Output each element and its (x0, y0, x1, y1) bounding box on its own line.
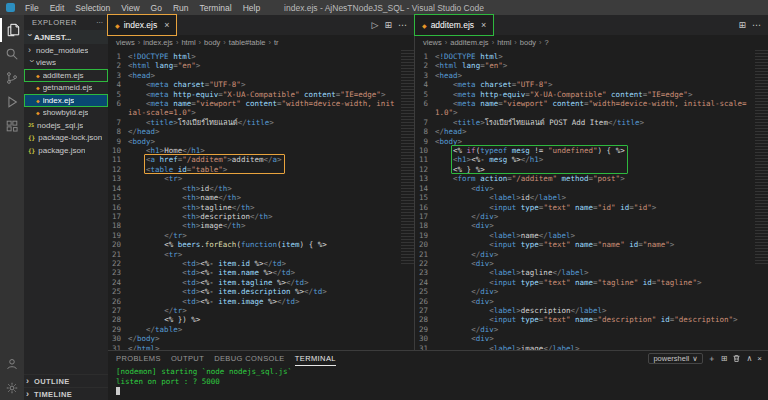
code-line-2[interactable]: 2<html lang="en"> (108, 61, 414, 70)
panel-tab-problems[interactable]: PROBLEMS (116, 351, 161, 366)
maximize-panel-icon[interactable]: ∧ (746, 354, 752, 364)
menu-go[interactable]: Go (146, 3, 167, 13)
menu-help[interactable]: Help (238, 3, 265, 13)
menu-file[interactable]: File (20, 3, 44, 13)
code-line-5[interactable]: 5 <meta http-equiv="X-UA-Compatible" con… (108, 90, 414, 99)
kill-terminal-trash-icon[interactable] (732, 354, 741, 363)
code-line-11[interactable]: 11 <a href="/additem">additem</a> (108, 155, 414, 164)
code-line-23[interactable]: 23 <td><%- item.name %></td> (108, 268, 414, 277)
terminal-output[interactable]: [nodemon] starting `node nodejs_sql.js`l… (108, 366, 768, 400)
code-line-13[interactable]: 13 <form action="/additem" method="post"… (415, 174, 768, 183)
code-line-4[interactable]: 4 <meta charset="UTF-8"> (415, 80, 768, 89)
code-line-12[interactable]: 12 <% } %> (415, 165, 768, 174)
code-line-3[interactable]: 3<head> (415, 71, 768, 80)
tree-item-package-lock-json[interactable]: {}package-lock.json (24, 132, 108, 145)
breadcrumb-item[interactable]: index.ejs (143, 38, 173, 47)
split-editor-icon[interactable]: ⊞ (384, 20, 392, 30)
code-line-27[interactable]: 27 </tr> (108, 306, 414, 315)
code-line-17[interactable]: 17 </div> (415, 212, 768, 221)
tab-additem-ejs[interactable]: ◆ additem.ejs × (415, 15, 493, 35)
code-line-14[interactable]: 14 <th>id</th> (108, 184, 414, 193)
account-icon[interactable] (0, 352, 24, 376)
code-line-28[interactable]: 28 <% }) %> (108, 315, 414, 324)
code-line-29[interactable]: 29 </div> (415, 325, 768, 334)
code-line-30[interactable]: 30 <div> (415, 334, 768, 343)
tree-item-nodejs_sql-js[interactable]: JSnodejs_sql.js (24, 119, 108, 132)
tree-item-additem-ejs[interactable]: ◆additem.ejs (24, 69, 108, 82)
tree-item-package-json[interactable]: {}package.json (24, 144, 108, 157)
code-line-25[interactable]: 25 <td><%- item.description %></td> (108, 287, 414, 296)
code-line-3[interactable]: 3<head> (108, 71, 414, 80)
section-outline[interactable]: ›OUTLINE (24, 374, 108, 387)
code-line-25[interactable]: 25 </div> (415, 287, 768, 296)
section-timeline[interactable]: ›TIMELINE (24, 387, 108, 400)
code-line-24[interactable]: 24 <td><%- item.tagline %></td> (108, 278, 414, 287)
menu-run[interactable]: Run (168, 3, 194, 13)
panel-tab-output[interactable]: OUTPUT (171, 351, 204, 366)
code-line-23[interactable]: 23 <label>tagline</label> (415, 268, 768, 277)
code-line-9[interactable]: 9<body> (415, 137, 768, 146)
breadcrumb-item[interactable]: body (520, 38, 536, 47)
breadcrumb-item[interactable]: tr (274, 38, 279, 47)
tree-item-showbyid-ejs[interactable]: ◆showbyid.ejs (24, 107, 108, 120)
menu-edit[interactable]: Edit (45, 3, 70, 13)
menu-selection[interactable]: Selection (70, 3, 115, 13)
minimap[interactable] (755, 50, 768, 266)
breadcrumb-item[interactable]: ? (545, 38, 549, 47)
code-line-27[interactable]: 27 <label>description</label> (415, 306, 768, 315)
code-line-13[interactable]: 13 <tr> (108, 174, 414, 183)
code-line-1[interactable]: 1<!DOCTYPE html> (108, 52, 414, 61)
code-line-19[interactable]: 19 </tr> (108, 231, 414, 240)
breadcrumb-item[interactable]: body (204, 38, 220, 47)
code-line-22[interactable]: 22 <div> (415, 259, 768, 268)
run-debug-icon[interactable] (0, 90, 24, 114)
code-line-16[interactable]: 16 <th>tagline</th> (108, 203, 414, 212)
code-line-21[interactable]: 21 </div> (415, 250, 768, 259)
explorer-header[interactable]: EXPLORER ⋯ (24, 15, 108, 30)
breadcrumb-item[interactable]: additem.ejs (450, 38, 488, 47)
shell-selector[interactable]: powershell ∨ (648, 353, 702, 364)
code-line-18[interactable]: 18 <div> (415, 221, 768, 230)
code-line-20[interactable]: 20 <% beers.forEach(function(item) { %> (108, 240, 414, 249)
settings-gear-icon[interactable] (0, 376, 24, 400)
code-line-22[interactable]: 22 <td><%- item.id %></td> (108, 259, 414, 268)
new-terminal-icon[interactable]: ＋ (708, 354, 716, 364)
code-line-1[interactable]: 1<!DOCTYPE html> (415, 52, 768, 61)
code-line-11[interactable]: 11 <h1><%- mesg %></h1> (415, 155, 768, 164)
more-actions-icon[interactable]: ⋯ (752, 20, 761, 30)
split-editor-icon[interactable]: ⊞ (738, 20, 746, 30)
code-line-15[interactable]: 15 <label>id</label> (415, 193, 768, 202)
code-line-2[interactable]: 2<html lang="en"> (415, 61, 768, 70)
open-preview-icon[interactable]: ▷ (372, 20, 379, 30)
code-line-17[interactable]: 17 <th>description</th> (108, 212, 414, 221)
tree-item-index-ejs[interactable]: ◆index.ejs (24, 94, 108, 107)
more-actions-icon[interactable]: ⋯ (96, 18, 104, 27)
breadcrumb-item[interactable]: html (181, 38, 195, 47)
code-line-6[interactable]: 6 <meta name="viewport" content="width=d… (108, 99, 414, 118)
breadcrumb-item[interactable]: views (116, 38, 135, 47)
close-tab-icon[interactable]: × (481, 20, 486, 30)
tree-item-views[interactable]: ›views (24, 57, 108, 70)
code-line-15[interactable]: 15 <th>name</th> (108, 193, 414, 202)
menu-terminal[interactable]: Terminal (195, 3, 237, 13)
code-line-10[interactable]: 10 <% if(typeof mesg != "undefined") { %… (415, 146, 768, 155)
menu-view[interactable]: View (116, 3, 144, 13)
split-terminal-icon[interactable]: ⊞ (721, 354, 728, 364)
code-line-7[interactable]: 7 <title>โรงเบียร์ไทยแลนด์ POST Add Item… (415, 118, 768, 127)
panel-tab-debug-console[interactable]: DEBUG CONSOLE (214, 351, 285, 366)
tree-item-getnameid-ejs[interactable]: ◆getnameid.ejs (24, 82, 108, 95)
code-line-26[interactable]: 26 <td><%- item.image %></td> (108, 297, 414, 306)
code-line-19[interactable]: 19 <label>name</label> (415, 231, 768, 240)
workspace-root-folder[interactable]: › AJNEST... (24, 30, 108, 44)
minimap[interactable] (401, 50, 414, 266)
code-editor-index-ejs[interactable]: 1<!DOCTYPE html>2<html lang="en">3<head>… (108, 50, 414, 350)
code-line-7[interactable]: 7 <title>โรงเบียร์ไทยแลนด์</title> (108, 118, 414, 127)
code-line-31[interactable]: 31 <label>image</label> (415, 344, 768, 350)
explorer-icon[interactable] (0, 18, 24, 42)
extensions-icon[interactable] (0, 114, 24, 138)
code-line-6[interactable]: 6 <meta name="viewport" content="width=d… (415, 99, 768, 118)
code-line-20[interactable]: 20 <input type="text" name="name" id="na… (415, 240, 768, 249)
tab-index-ejs[interactable]: ◆ index.ejs × (108, 15, 176, 35)
code-line-5[interactable]: 5 <meta http-equiv="X-UA-Compatible" con… (415, 90, 768, 99)
code-line-10[interactable]: 10 <h1>Home</h1> (108, 146, 414, 155)
